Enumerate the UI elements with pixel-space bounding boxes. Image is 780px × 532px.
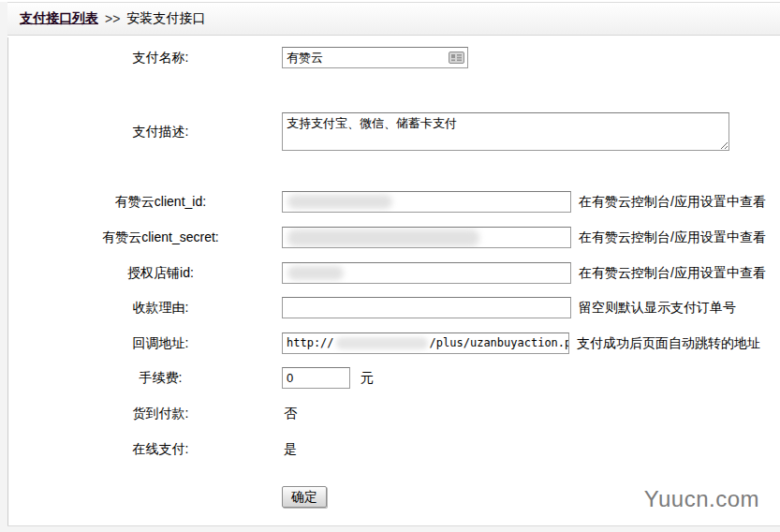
row-callback: 回调地址: http:///plus/uzanbuyaction.php?dop… — [7, 332, 780, 354]
breadcrumb-separator: >> — [105, 11, 120, 26]
breadcrumb: 支付接口列表 >> 安装支付接口 — [7, 2, 780, 36]
submit-button[interactable]: 确定 — [282, 486, 327, 508]
page-title: 安装支付接口 — [126, 10, 205, 27]
cod-value: 否 — [282, 405, 297, 421]
pay-name-input[interactable] — [282, 47, 468, 68]
row-client-id: 有赞云client_id: 在有赞云控制台/应用设置中查看 — [7, 191, 780, 213]
shop-id-label: 授权店铺id: — [7, 262, 282, 284]
shop-id-input[interactable] — [282, 262, 571, 284]
callback-label: 回调地址: — [7, 332, 282, 354]
fee-input[interactable] — [282, 367, 350, 389]
online-pay-label: 在线支付: — [7, 440, 282, 457]
client-id-hint: 在有赞云控制台/应用设置中查看 — [579, 191, 766, 213]
cod-label: 货到付款: — [7, 405, 282, 421]
callback-url-prefix: http:// — [287, 336, 334, 349]
row-reason: 收款理由: 留空则默认显示支付订单号 — [7, 297, 780, 318]
client-id-redacted-value — [287, 195, 392, 209]
row-cod: 货到付款: 否 — [7, 405, 780, 421]
watermark: Yuucn.com — [644, 486, 759, 512]
client-secret-hint: 在有赞云控制台/应用设置中查看 — [579, 227, 766, 248]
ime-contact-card-icon — [449, 52, 464, 64]
client-id-input[interactable] — [282, 191, 571, 213]
callback-url-input[interactable]: http:///plus/uzanbuyaction.php?dopo — [282, 332, 569, 354]
shop-id-hint: 在有赞云控制台/应用设置中查看 — [579, 262, 766, 284]
client-secret-label: 有赞云client_secret: — [7, 227, 282, 248]
page-bottom-strip — [7, 525, 780, 532]
shop-id-redacted-value — [287, 266, 344, 280]
pay-name-label: 支付名称: — [7, 47, 282, 68]
row-client-secret: 有赞云client_secret: 在有赞云控制台/应用设置中查看 — [7, 227, 780, 248]
page-left-gutter — [0, 2, 7, 532]
pay-desc-label: 支付描述: — [7, 112, 282, 150]
online-pay-value: 是 — [282, 440, 297, 457]
pay-desc-textarea[interactable] — [282, 112, 729, 151]
fee-label: 手续费: — [7, 367, 282, 389]
client-id-label: 有赞云client_id: — [7, 191, 282, 213]
row-shop-id: 授权店铺id: 在有赞云控制台/应用设置中查看 — [7, 262, 780, 284]
reason-input[interactable] — [282, 297, 571, 318]
row-online-pay: 在线支付: 是 — [7, 440, 780, 457]
client-secret-input[interactable] — [282, 227, 571, 248]
row-pay-desc: 支付描述: — [7, 112, 780, 151]
reason-hint: 留空则默认显示支付订单号 — [579, 297, 736, 318]
reason-label: 收款理由: — [7, 297, 282, 318]
callback-hint: 支付成功后页面自动跳转的地址 — [577, 332, 760, 354]
row-fee: 手续费: 元 — [7, 367, 780, 389]
fee-unit: 元 — [361, 367, 374, 389]
callback-url-redacted-domain — [336, 337, 428, 349]
client-secret-redacted-value — [287, 229, 479, 246]
row-pay-name: 支付名称: — [7, 47, 780, 68]
breadcrumb-link-payment-list[interactable]: 支付接口列表 — [20, 10, 98, 27]
callback-url-suffix: /plus/uzanbuyaction.php?dopo — [430, 336, 569, 349]
